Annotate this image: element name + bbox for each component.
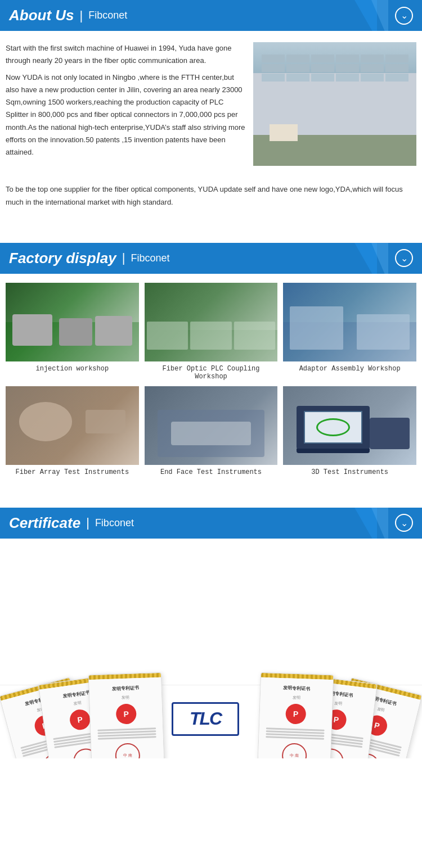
factory-subtitle: Fibconet [131, 252, 169, 264]
spacer2 [0, 485, 422, 496]
about-paragraph3: To be the top one supplier for the fiber… [6, 183, 416, 209]
certificate-header: Certificate | Fibconet ⌄ [0, 508, 422, 539]
about-chevron-icon[interactable]: ⌄ [395, 7, 413, 25]
header-triangle-deco2 [371, 0, 388, 31]
list-item: Fiber Optic PLC Coupling Workshop [145, 283, 278, 381]
factory-triangle-deco2 [371, 243, 388, 274]
cert-card: 发明专利证书 发明 P 中 南 [88, 672, 165, 758]
factory-image-5 [145, 386, 278, 465]
certificate-subtitle: Fibconet [95, 517, 134, 529]
factory-chevron-icon[interactable]: ⌄ [395, 249, 413, 267]
about-building-image [253, 42, 416, 166]
cert-card: 发明专利证书 发明 P 中 南 [257, 672, 334, 758]
list-item: Adaptor Assembly Workshop [283, 283, 416, 381]
factory-label-5: End Face Test Instruments [160, 468, 262, 476]
about-header: About Us | Fibconet ⌄ [0, 0, 422, 31]
list-item: 3D Test Instruments [283, 386, 416, 476]
about-content: Start with the first switch machine of H… [0, 31, 422, 183]
factory-grid: injection workshop Fiber Optic PLC Coupl… [0, 274, 422, 485]
list-item: Fiber Array Test Instruments [6, 386, 139, 476]
certificate-chevron-icon[interactable]: ⌄ [395, 514, 413, 532]
tlc-logo: TLC [172, 702, 239, 736]
cert-triangle-deco2 [371, 508, 388, 539]
factory-divider: | [122, 251, 125, 265]
list-item: injection workshop [6, 283, 139, 381]
about-paragraph1: Start with the first switch machine of H… [6, 42, 245, 67]
factory-image-6 [283, 386, 416, 465]
factory-label-2: Fiber Optic PLC Coupling Workshop [145, 365, 278, 381]
certificate-section: Certificate | Fibconet ⌄ 发明专利证书 发明 P [0, 508, 422, 758]
factory-image-4 [6, 386, 139, 465]
factory-label-3: Adaptor Assembly Workshop [299, 365, 401, 373]
factory-image-1 [6, 283, 139, 361]
certificate-divider: | [86, 516, 89, 530]
about-subtitle: Fibconet [88, 10, 127, 21]
about-section: About Us | Fibconet ⌄ Start with the fir… [0, 0, 422, 220]
factory-image-3 [283, 283, 416, 361]
about-paragraph3-block: To be the top one supplier for the fiber… [0, 183, 422, 220]
about-paragraph2: Now YUDA is not only located in Ningbo ,… [6, 71, 245, 159]
about-text-block: Start with the first switch machine of H… [6, 42, 245, 166]
factory-title: Factory display [9, 250, 116, 267]
factory-label-4: Fiber Array Test Instruments [16, 468, 129, 476]
certificate-title: Certificate [9, 514, 80, 532]
spacer1 [0, 220, 422, 232]
list-item: TLC [172, 702, 239, 736]
factory-header: Factory display | Fibconet ⌄ [0, 243, 422, 274]
about-title: About Us [9, 7, 74, 24]
factory-section: Factory display | Fibconet ⌄ injection w… [0, 243, 422, 485]
factory-label-6: 3D Test Instruments [311, 468, 388, 476]
factory-label-1: injection workshop [36, 365, 109, 373]
factory-image-2 [145, 283, 278, 361]
about-divider: | [80, 8, 83, 23]
list-item: End Face Test Instruments [145, 386, 278, 476]
